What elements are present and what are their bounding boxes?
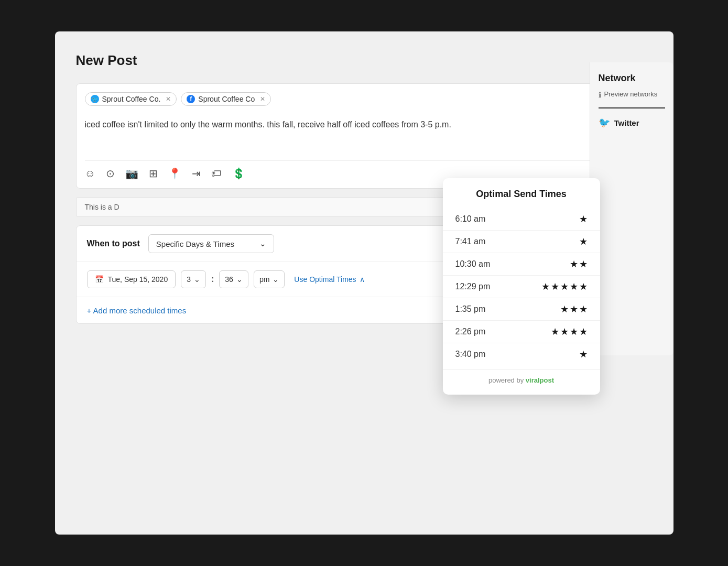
up-chevron-icon: ∧ — [360, 275, 365, 284]
when-dropdown-chevron: ⌄ — [259, 239, 266, 248]
info-icon: ℹ — [599, 91, 601, 99]
add-more-scheduled-button[interactable]: + Add more scheduled times — [87, 306, 187, 315]
facebook-tag-close[interactable]: ✕ — [260, 95, 265, 103]
viralpost-brand: viralpost — [526, 376, 554, 384]
optimal-time-value: 7:41 am — [455, 237, 486, 246]
star-icon: ★ — [570, 258, 578, 270]
period-dropdown[interactable]: pm ⌄ — [254, 270, 285, 288]
time-colon: : — [211, 275, 214, 284]
star-icon: ★ — [570, 303, 578, 315]
calendar-icon: 📅 — [95, 275, 104, 284]
star-rating: ★ — [579, 213, 588, 225]
optimal-time-row[interactable]: 2:26 pm★★★★ — [443, 321, 600, 343]
use-optimal-times-button[interactable]: Use Optimal Times ∧ — [294, 275, 364, 284]
hour-chevron: ⌄ — [194, 275, 200, 284]
minute-value: 36 — [225, 275, 233, 284]
star-rating: ★★★★★ — [541, 281, 588, 292]
star-icon: ★ — [560, 303, 569, 315]
facebook-tag-icon: f — [187, 95, 195, 103]
star-icon: ★ — [570, 281, 578, 292]
optimal-time-value: 6:10 am — [455, 214, 486, 224]
twitter-tag[interactable]: 🐦 Sprout Coffee Co. ✕ — [85, 92, 177, 106]
page-title: New Post — [76, 52, 653, 69]
optimal-time-row[interactable]: 10:30 am★★ — [443, 253, 600, 276]
twitter-tag-close[interactable]: ✕ — [166, 95, 171, 103]
twitter-tag-label: Sprout Coffee Co. — [102, 95, 161, 103]
main-container: New Post 🐦 Sprout Coffee Co. ✕ f Sprout … — [55, 31, 673, 535]
preview-network-text: ℹ Preview networks — [599, 90, 665, 99]
star-icon: ★ — [551, 281, 559, 292]
minute-dropdown[interactable]: 36 ⌄ — [219, 270, 248, 288]
network-title: Network — [599, 73, 665, 84]
star-icon: ★ — [541, 281, 550, 292]
profile-tags-row: 🐦 Sprout Coffee Co. ✕ f Sprout Coffee Co… — [85, 92, 644, 106]
emoji-icon[interactable]: ☺ — [85, 168, 95, 180]
popup-title: Optimal Send Times — [443, 189, 600, 200]
when-dropdown-value: Specific Days & Times — [156, 240, 234, 248]
star-icon: ★ — [560, 326, 569, 338]
star-icon: ★ — [579, 303, 588, 315]
star-icon: ★ — [551, 326, 559, 338]
optimal-time-row[interactable]: 1:35 pm★★★ — [443, 298, 600, 321]
star-rating: ★ — [579, 349, 588, 360]
toolbar: ☺ ⊙ 📷 ⊞ 📍 ⇥ 🏷 💲 175 — [85, 160, 644, 180]
star-icon: ★ — [560, 281, 569, 292]
star-icon: ★ — [579, 326, 588, 338]
optimal-time-value: 3:40 pm — [455, 350, 486, 359]
star-rating: ★★★★ — [551, 326, 588, 338]
alt-text-icon[interactable]: ⇥ — [192, 167, 201, 180]
twitter-network-row: 🐦 Twitter — [599, 117, 665, 128]
optimal-time-row[interactable]: 7:41 am★ — [443, 231, 600, 253]
star-icon: ★ — [579, 236, 588, 247]
compose-text[interactable]: iced coffee isn't limited to only the wa… — [85, 114, 644, 156]
twitter-network-icon: 🐦 — [599, 117, 610, 128]
compose-card: 🐦 Sprout Coffee Co. ✕ f Sprout Coffee Co… — [76, 83, 653, 189]
star-icon: ★ — [579, 258, 588, 270]
optimal-time-row[interactable]: 6:10 am★ — [443, 208, 600, 231]
when-dropdown[interactable]: Specific Days & Times ⌄ — [148, 234, 274, 253]
powered-by-row: powered by viralpost — [443, 369, 600, 386]
tag-icon[interactable]: 🏷 — [211, 168, 222, 180]
optimal-send-times-popup: Optimal Send Times 6:10 am★7:41 am★10:30… — [443, 178, 600, 395]
date-value: Tue, Sep 15, 2020 — [108, 275, 168, 284]
when-to-post-label: When to post — [87, 239, 140, 248]
mention-icon[interactable]: ⊙ — [106, 167, 115, 180]
optimal-time-row[interactable]: 3:40 pm★ — [443, 343, 600, 365]
optimal-times-list: 6:10 am★7:41 am★10:30 am★★12:29 pm★★★★★1… — [443, 208, 600, 365]
star-rating: ★★★ — [560, 303, 588, 315]
add-more-label: + Add more scheduled times — [87, 306, 187, 315]
sidebar-divider — [599, 107, 665, 108]
photo-icon[interactable]: 📷 — [125, 167, 138, 180]
minute-chevron: ⌄ — [236, 275, 243, 284]
hour-dropdown[interactable]: 3 ⌄ — [181, 270, 206, 288]
hour-value: 3 — [187, 275, 191, 284]
powered-by-text: powered by — [488, 376, 524, 384]
optimal-time-value: 12:29 pm — [455, 282, 491, 291]
optimal-time-value: 10:30 am — [455, 259, 491, 269]
optimal-time-value: 2:26 pm — [455, 327, 486, 336]
star-rating: ★★ — [570, 258, 588, 270]
use-optimal-label: Use Optimal Times — [294, 275, 356, 284]
preview-label: Preview networks — [604, 90, 658, 98]
location-icon[interactable]: 📍 — [168, 167, 181, 180]
twitter-tag-icon: 🐦 — [91, 95, 99, 103]
facebook-tag[interactable]: f Sprout Coffee Co ✕ — [181, 92, 271, 106]
star-icon: ★ — [579, 349, 588, 360]
optimal-time-row[interactable]: 12:29 pm★★★★★ — [443, 276, 600, 298]
star-rating: ★ — [579, 236, 588, 247]
date-picker[interactable]: 📅 Tue, Sep 15, 2020 — [87, 270, 176, 288]
star-icon: ★ — [579, 213, 588, 225]
optimal-time-value: 1:35 pm — [455, 304, 486, 314]
period-chevron: ⌄ — [273, 275, 279, 284]
right-sidebar: Network ℹ Preview networks 🐦 Twitter — [590, 62, 673, 355]
facebook-tag-label: Sprout Coffee Co — [198, 95, 255, 103]
star-icon: ★ — [570, 326, 578, 338]
period-value: pm — [259, 275, 269, 284]
twitter-network-label: Twitter — [614, 118, 639, 127]
star-icon: ★ — [579, 281, 588, 292]
grid-icon[interactable]: ⊞ — [149, 167, 158, 180]
draft-text: This is a D — [85, 203, 119, 211]
dollar-icon[interactable]: 💲 — [232, 167, 245, 180]
